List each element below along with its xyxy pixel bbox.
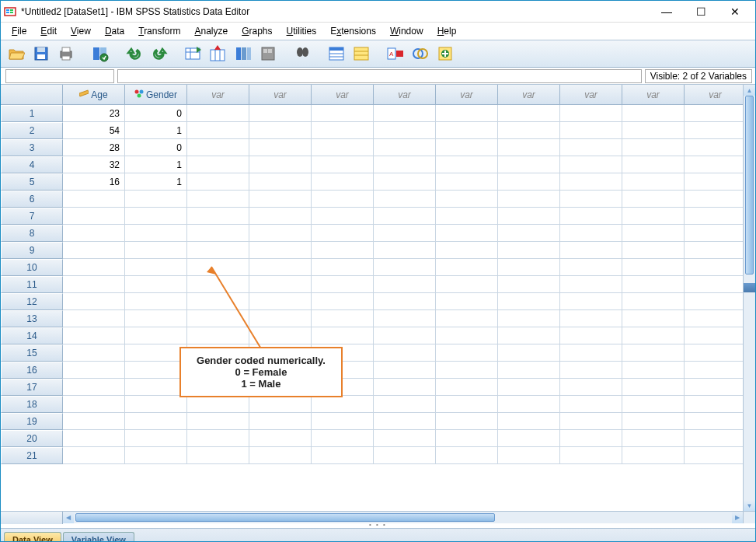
cell-age[interactable] [63,413,125,430]
cell-empty[interactable] [312,208,374,225]
cell-empty[interactable] [187,413,249,430]
cell-empty[interactable] [187,139,249,156]
cell-gender[interactable] [125,447,187,464]
cell-gender[interactable] [125,344,187,362]
cell-empty[interactable] [560,191,622,208]
cell-empty[interactable] [560,139,622,156]
row-header[interactable]: 11 [1,276,63,293]
cell-age[interactable] [63,208,125,225]
cell-empty[interactable] [498,242,560,259]
menu-graphs[interactable]: Graphs [235,24,278,38]
cell-empty[interactable] [498,156,560,173]
cell-empty[interactable] [312,156,374,173]
row-header[interactable]: 7 [1,208,63,225]
row-header[interactable]: 12 [1,293,63,310]
cell-empty[interactable] [622,156,685,173]
column-header-empty[interactable]: var [187,85,249,105]
redo-icon[interactable] [148,43,170,65]
cell-empty[interactable] [187,242,249,259]
cell-empty[interactable] [249,447,312,464]
cell-empty[interactable] [685,122,743,139]
cell-gender[interactable] [125,310,187,327]
cell-empty[interactable] [498,327,560,344]
cell-empty[interactable] [622,105,685,122]
cell-empty[interactable] [436,379,498,396]
cell-empty[interactable] [498,396,560,413]
cell-empty[interactable] [685,276,743,293]
cell-empty[interactable] [436,447,498,464]
scroll-thumb[interactable] [745,96,754,274]
row-header[interactable]: 1 [1,105,63,122]
column-header-empty[interactable]: var [498,85,560,105]
cell-empty[interactable] [249,327,312,344]
cell-empty[interactable] [374,208,436,225]
cell-empty[interactable] [560,156,622,173]
cell-empty[interactable] [374,327,436,344]
close-button[interactable]: ✕ [718,2,752,22]
cell-empty[interactable] [560,396,622,413]
cell-empty[interactable] [436,396,498,413]
cell-age[interactable] [63,362,125,379]
cell-empty[interactable] [685,105,743,122]
cell-empty[interactable] [312,413,374,430]
cell-empty[interactable] [622,139,685,156]
cell-empty[interactable] [436,259,498,276]
cell-age[interactable] [63,191,125,208]
cell-empty[interactable] [622,310,685,327]
cell-empty[interactable] [187,430,249,447]
cell-empty[interactable] [374,122,436,139]
cell-empty[interactable] [374,105,436,122]
cell-empty[interactable] [312,276,374,293]
cell-empty[interactable] [436,327,498,344]
cell-empty[interactable] [685,173,743,191]
use-sets-icon[interactable] [434,43,456,65]
cell-empty[interactable] [249,191,312,208]
cell-age[interactable] [63,242,125,259]
cell-empty[interactable] [249,242,312,259]
cell-gender[interactable]: 0 [125,105,187,122]
recall-dialog-icon[interactable] [89,43,111,65]
column-header-empty[interactable]: var [374,85,436,105]
variables-icon[interactable] [232,43,254,65]
cell-empty[interactable] [560,413,622,430]
cell-gender[interactable]: 1 [125,122,187,139]
cell-empty[interactable] [560,276,622,293]
cell-empty[interactable] [436,191,498,208]
cell-empty[interactable] [436,430,498,447]
cell-empty[interactable] [622,259,685,276]
find-icon[interactable] [291,43,313,65]
cell-empty[interactable] [622,122,685,139]
cell-empty[interactable] [685,430,743,447]
cell-empty[interactable] [312,430,374,447]
cell-empty[interactable] [312,396,374,413]
cell-empty[interactable] [436,413,498,430]
cell-empty[interactable] [622,413,685,430]
column-header-empty[interactable]: var [560,85,622,105]
row-header[interactable]: 2 [1,122,63,139]
cell-empty[interactable] [622,344,685,362]
row-header[interactable]: 5 [1,173,63,191]
cell-empty[interactable] [498,105,560,122]
cell-empty[interactable] [685,259,743,276]
cell-value-box[interactable] [117,69,642,83]
cell-empty[interactable] [312,310,374,327]
cell-empty[interactable] [187,122,249,139]
minimize-button[interactable]: — [650,2,684,22]
row-header[interactable]: 13 [1,310,63,327]
cell-empty[interactable] [249,208,312,225]
cell-gender[interactable] [125,242,187,259]
cell-empty[interactable] [560,105,622,122]
cell-empty[interactable] [374,379,436,396]
cell-empty[interactable] [498,259,560,276]
cell-empty[interactable] [436,173,498,191]
row-header[interactable]: 4 [1,156,63,173]
cell-empty[interactable] [560,293,622,310]
cell-empty[interactable] [249,396,312,413]
scroll-left-icon[interactable]: ◀ [63,512,74,523]
cell-empty[interactable] [187,293,249,310]
cell-empty[interactable] [498,362,560,379]
cell-empty[interactable] [560,225,622,242]
scroll-thumb[interactable] [75,513,495,522]
cell-empty[interactable] [187,191,249,208]
cell-empty[interactable] [560,310,622,327]
